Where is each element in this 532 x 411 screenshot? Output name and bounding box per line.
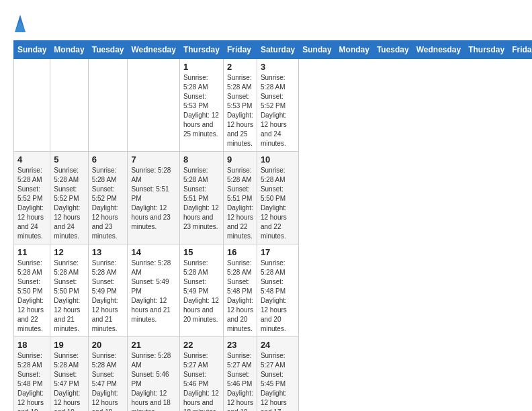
column-header-monday: Monday xyxy=(50,41,88,59)
day-number: 8 xyxy=(183,154,220,165)
day-detail: Sunrise: 5:28 AMSunset: 5:52 PMDaylight:… xyxy=(92,166,124,241)
day-number: 10 xyxy=(261,154,295,165)
logo xyxy=(13,13,28,34)
page-header xyxy=(13,13,519,34)
day-number: 11 xyxy=(17,247,46,257)
day-number: 15 xyxy=(183,247,220,257)
calendar-cell: 9Sunrise: 5:28 AMSunset: 5:51 PMDaylight… xyxy=(223,152,257,244)
column-header-tuesday: Tuesday xyxy=(88,41,128,59)
day-detail: Sunrise: 5:28 AMSunset: 5:51 PMDaylight:… xyxy=(227,166,253,241)
day-number: 14 xyxy=(131,247,175,257)
calendar-cell: 21Sunrise: 5:28 AMSunset: 5:46 PMDayligh… xyxy=(128,337,179,412)
day-detail: Sunrise: 5:28 AMSunset: 5:51 PMDaylight:… xyxy=(131,166,175,232)
day-detail: Sunrise: 5:28 AMSunset: 5:53 PMDaylight:… xyxy=(227,73,253,148)
column-header-thursday: Thursday xyxy=(179,41,223,59)
column-header-friday: Friday xyxy=(223,41,257,59)
column-header-wednesday: Wednesday xyxy=(128,41,179,59)
calendar-cell: 19Sunrise: 5:28 AMSunset: 5:47 PMDayligh… xyxy=(50,337,88,412)
day-number: 5 xyxy=(54,154,84,165)
day-number: 9 xyxy=(227,154,253,165)
day-detail: Sunrise: 5:28 AMSunset: 5:50 PMDaylight:… xyxy=(54,259,84,334)
week-row-1: 1Sunrise: 5:28 AMSunset: 5:53 PMDaylight… xyxy=(14,59,533,152)
day-detail: Sunrise: 5:28 AMSunset: 5:50 PMDaylight:… xyxy=(17,259,46,334)
calendar-cell: 8Sunrise: 5:28 AMSunset: 5:51 PMDaylight… xyxy=(179,152,223,244)
column-header-monday: Monday xyxy=(335,41,373,59)
week-row-2: 4Sunrise: 5:28 AMSunset: 5:52 PMDaylight… xyxy=(14,152,533,244)
calendar-cell: 7Sunrise: 5:28 AMSunset: 5:51 PMDaylight… xyxy=(128,152,179,244)
calendar-cell: 12Sunrise: 5:28 AMSunset: 5:50 PMDayligh… xyxy=(50,244,88,337)
calendar-cell: 18Sunrise: 5:28 AMSunset: 5:48 PMDayligh… xyxy=(14,337,50,412)
calendar-cell: 22Sunrise: 5:27 AMSunset: 5:46 PMDayligh… xyxy=(179,337,223,412)
svg-marker-1 xyxy=(15,20,26,32)
calendar-cell: 2Sunrise: 5:28 AMSunset: 5:53 PMDaylight… xyxy=(223,59,257,152)
calendar-cell xyxy=(14,59,50,152)
day-detail: Sunrise: 5:27 AMSunset: 5:46 PMDaylight:… xyxy=(227,351,253,411)
calendar-cell: 1Sunrise: 5:28 AMSunset: 5:53 PMDaylight… xyxy=(179,59,223,152)
calendar-cell: 15Sunrise: 5:28 AMSunset: 5:49 PMDayligh… xyxy=(179,244,223,337)
column-header-tuesday: Tuesday xyxy=(373,41,412,59)
day-detail: Sunrise: 5:28 AMSunset: 5:52 PMDaylight:… xyxy=(54,166,84,241)
calendar-cell xyxy=(88,59,128,152)
day-detail: Sunrise: 5:28 AMSunset: 5:52 PMDaylight:… xyxy=(17,166,46,241)
day-number: 21 xyxy=(131,340,175,350)
column-header-thursday: Thursday xyxy=(465,41,508,59)
day-number: 3 xyxy=(261,62,295,72)
calendar-cell: 16Sunrise: 5:28 AMSunset: 5:48 PMDayligh… xyxy=(223,244,257,337)
day-detail: Sunrise: 5:27 AMSunset: 5:46 PMDaylight:… xyxy=(183,351,220,411)
day-number: 24 xyxy=(261,340,295,350)
calendar-cell xyxy=(50,59,88,152)
week-row-4: 18Sunrise: 5:28 AMSunset: 5:48 PMDayligh… xyxy=(14,337,533,412)
calendar-cell: 17Sunrise: 5:28 AMSunset: 5:48 PMDayligh… xyxy=(257,244,298,337)
day-detail: Sunrise: 5:27 AMSunset: 5:45 PMDaylight:… xyxy=(261,351,295,411)
calendar-header-row: SundayMondayTuesdayWednesdayThursdayFrid… xyxy=(14,41,533,59)
calendar-cell: 13Sunrise: 5:28 AMSunset: 5:49 PMDayligh… xyxy=(88,244,128,337)
day-number: 20 xyxy=(92,340,124,350)
day-detail: Sunrise: 5:28 AMSunset: 5:49 PMDaylight:… xyxy=(92,259,124,334)
day-detail: Sunrise: 5:28 AMSunset: 5:46 PMDaylight:… xyxy=(131,351,175,411)
day-number: 4 xyxy=(17,154,46,165)
column-header-sunday: Sunday xyxy=(14,41,50,59)
calendar-cell: 14Sunrise: 5:28 AMSunset: 5:49 PMDayligh… xyxy=(128,244,179,337)
calendar-cell: 24Sunrise: 5:27 AMSunset: 5:45 PMDayligh… xyxy=(257,337,298,412)
day-detail: Sunrise: 5:28 AMSunset: 5:48 PMDaylight:… xyxy=(227,259,253,334)
calendar-cell: 10Sunrise: 5:28 AMSunset: 5:50 PMDayligh… xyxy=(257,152,298,244)
calendar-table: SundayMondayTuesdayWednesdayThursdayFrid… xyxy=(13,40,532,411)
column-header-saturday: Saturday xyxy=(257,41,298,59)
day-detail: Sunrise: 5:28 AMSunset: 5:50 PMDaylight:… xyxy=(261,166,295,241)
calendar-cell xyxy=(128,59,179,152)
column-header-wednesday: Wednesday xyxy=(412,41,464,59)
day-number: 1 xyxy=(183,62,220,72)
day-number: 23 xyxy=(227,340,253,350)
day-number: 16 xyxy=(227,247,253,257)
day-detail: Sunrise: 5:28 AMSunset: 5:47 PMDaylight:… xyxy=(54,351,84,411)
day-number: 7 xyxy=(131,154,175,165)
calendar-cell: 4Sunrise: 5:28 AMSunset: 5:52 PMDaylight… xyxy=(14,152,50,244)
week-row-3: 11Sunrise: 5:28 AMSunset: 5:50 PMDayligh… xyxy=(14,244,533,337)
day-number: 17 xyxy=(261,247,295,257)
column-header-sunday: Sunday xyxy=(299,41,335,59)
day-detail: Sunrise: 5:28 AMSunset: 5:51 PMDaylight:… xyxy=(183,166,220,232)
day-number: 19 xyxy=(54,340,84,350)
calendar-cell: 20Sunrise: 5:28 AMSunset: 5:47 PMDayligh… xyxy=(88,337,128,412)
calendar-cell: 5Sunrise: 5:28 AMSunset: 5:52 PMDaylight… xyxy=(50,152,88,244)
calendar-cell: 23Sunrise: 5:27 AMSunset: 5:46 PMDayligh… xyxy=(223,337,257,412)
day-number: 2 xyxy=(227,62,253,72)
calendar-cell: 3Sunrise: 5:28 AMSunset: 5:52 PMDaylight… xyxy=(257,59,298,152)
column-header-friday: Friday xyxy=(508,41,532,59)
day-detail: Sunrise: 5:28 AMSunset: 5:49 PMDaylight:… xyxy=(183,259,220,324)
day-number: 6 xyxy=(92,154,124,165)
day-detail: Sunrise: 5:28 AMSunset: 5:47 PMDaylight:… xyxy=(92,351,124,411)
day-detail: Sunrise: 5:28 AMSunset: 5:53 PMDaylight:… xyxy=(183,73,220,139)
day-detail: Sunrise: 5:28 AMSunset: 5:49 PMDaylight:… xyxy=(131,259,175,324)
day-detail: Sunrise: 5:28 AMSunset: 5:52 PMDaylight:… xyxy=(261,73,295,148)
calendar-cell: 11Sunrise: 5:28 AMSunset: 5:50 PMDayligh… xyxy=(14,244,50,337)
day-detail: Sunrise: 5:28 AMSunset: 5:48 PMDaylight:… xyxy=(261,259,295,334)
day-number: 22 xyxy=(183,340,220,350)
day-detail: Sunrise: 5:28 AMSunset: 5:48 PMDaylight:… xyxy=(17,351,46,411)
day-number: 18 xyxy=(17,340,46,350)
day-number: 13 xyxy=(92,247,124,257)
day-number: 12 xyxy=(54,247,84,257)
calendar-cell: 6Sunrise: 5:28 AMSunset: 5:52 PMDaylight… xyxy=(88,152,128,244)
